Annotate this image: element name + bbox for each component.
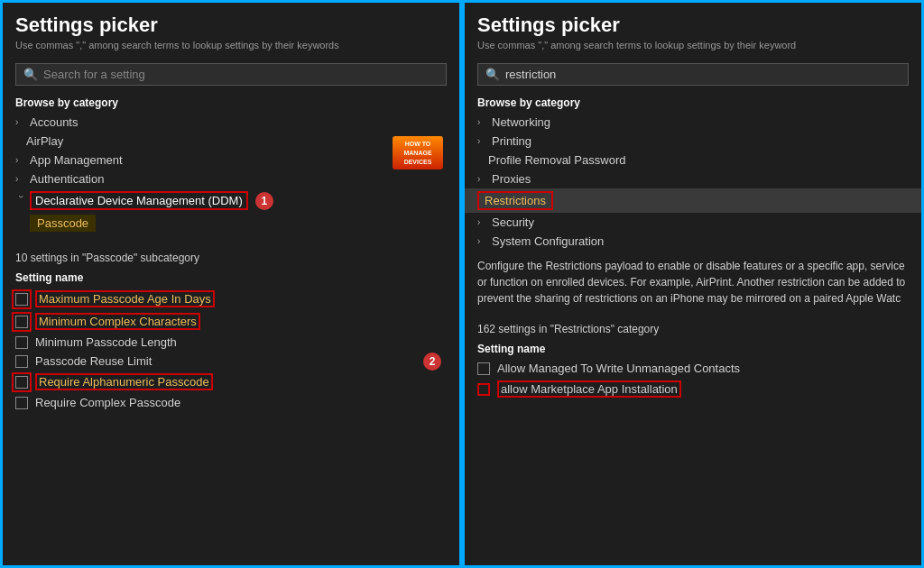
checkbox-5[interactable] <box>15 376 28 389</box>
right-description: Configure the Restrictions payload to en… <box>465 251 921 314</box>
left-panel: Settings picker Use commas "," among sea… <box>0 0 462 568</box>
category-authentication[interactable]: › Authentication <box>3 169 459 188</box>
setting-row-3: Minimum Passcode Length <box>3 333 459 352</box>
settings-count-text: 10 settings in "Passcode" subcategory <box>15 252 199 264</box>
right-settings-count-text: 162 settings in "Restrictions" category <box>477 323 659 335</box>
right-title: Settings picker <box>477 14 909 37</box>
setting-box-5: Require Alphanumeric Passcode <box>35 373 213 390</box>
checkbox-1[interactable] <box>15 293 28 306</box>
setting-label-1: Maximum Passcode Age In Days <box>39 292 211 306</box>
right-cat-profile-label: Profile Removal Password <box>488 153 625 167</box>
category-airplay-label: AirPlay <box>26 134 63 148</box>
ddm-box: Declarative Device Management (DDM) <box>30 191 248 210</box>
right-cat-proxies[interactable]: › Proxies <box>465 169 921 188</box>
left-subtitle: Use commas "," among search terms to loo… <box>15 40 447 50</box>
left-browse-label: Browse by category <box>3 93 459 113</box>
setting-name-header-left: Setting name <box>3 268 459 288</box>
category-authentication-label: Authentication <box>30 172 104 186</box>
category-appmanagement[interactable]: › App Management <box>3 151 459 169</box>
checkbox-2[interactable] <box>15 316 28 328</box>
search-icon: 🔍 <box>23 68 38 81</box>
setting-box-1: Maximum Passcode Age In Days <box>35 290 215 307</box>
left-search-input[interactable] <box>43 68 439 81</box>
category-ddm[interactable]: › Declarative Device Management (DDM) 1 <box>3 188 459 213</box>
category-accounts[interactable]: › Accounts <box>3 113 459 132</box>
setting-row-6: Require Complex Passcode <box>3 393 459 412</box>
left-panel-body: Browse by category › Accounts AirPlay › … <box>3 93 459 565</box>
setting-label-4: Passcode Reuse Limit <box>35 354 152 368</box>
chevron-appmanagement: › <box>15 155 26 165</box>
right-setting-row-1: Allow Managed To Write Unmanaged Contact… <box>465 359 921 378</box>
setting-row-1: Maximum Passcode Age In Days <box>3 288 459 310</box>
right-subtitle: Use commas "," among search terms to loo… <box>477 40 909 50</box>
checkbox-3[interactable] <box>15 336 28 349</box>
chevron-sysconfig: › <box>477 236 488 246</box>
right-setting-row-2: allow Marketplace App Installation <box>465 378 921 400</box>
setting-row-2: Minimum Complex Characters <box>3 310 459 333</box>
badge-1: 1 <box>255 192 273 210</box>
ddm-label: Declarative Device Management (DDM) <box>35 194 243 207</box>
setting-label-5: Require Alphanumeric Passcode <box>39 375 209 389</box>
category-accounts-label: Accounts <box>30 115 78 129</box>
setting-label-3: Minimum Passcode Length <box>35 335 177 349</box>
right-cat-networking[interactable]: › Networking <box>465 113 921 132</box>
setting-box-2: Minimum Complex Characters <box>35 313 200 330</box>
right-cat-security-label: Security <box>492 215 534 229</box>
restrictions-label: Restrictions <box>485 194 546 207</box>
passcode-subitem[interactable]: Passcode <box>3 213 459 234</box>
chevron-authentication: › <box>15 174 26 184</box>
right-cat-printing-label: Printing <box>492 134 531 148</box>
chevron-accounts: › <box>15 117 26 127</box>
left-title: Settings picker <box>15 14 447 37</box>
badge-line2: MANAGE <box>397 149 439 158</box>
restrictions-box: Restrictions <box>477 191 553 210</box>
settings-count: 10 settings in "Passcode" subcategory <box>3 243 459 268</box>
chevron-proxies: › <box>477 174 488 184</box>
chevron-printing: › <box>477 136 488 146</box>
right-setting-label-2: allow Marketplace App Installation <box>501 382 678 396</box>
right-setting-label-1: Allow Managed To Write Unmanaged Contact… <box>497 362 740 375</box>
chevron-ddm: › <box>16 196 26 206</box>
setting-label-6: Require Complex Passcode <box>35 396 180 409</box>
right-panel: Settings picker Use commas "," among sea… <box>462 0 924 568</box>
checkbox-4[interactable] <box>15 355 28 368</box>
left-search-bar[interactable]: 🔍 <box>15 63 447 86</box>
right-search-icon: 🔍 <box>485 68 500 81</box>
setting-row-4: Passcode Reuse Limit 2 <box>3 352 459 371</box>
passcode-label: Passcode <box>30 215 96 232</box>
setting-label-2: Minimum Complex Characters <box>39 315 197 328</box>
right-browse-label: Browse by category <box>465 93 921 113</box>
right-header: Settings picker Use commas "," among sea… <box>465 3 921 56</box>
how-to-badge: HOW TO MANAGE DEVICES <box>393 136 443 169</box>
right-settings-count: 162 settings in "Restrictions" category <box>465 314 921 339</box>
checkbox-6[interactable] <box>15 397 28 409</box>
badge-content: HOW TO MANAGE DEVICES <box>393 136 443 169</box>
right-cat-profile[interactable]: Profile Removal Password <box>465 151 921 169</box>
right-panel-body: Browse by category › Networking › Printi… <box>465 93 921 565</box>
chevron-security: › <box>477 217 488 227</box>
category-appmanagement-label: App Management <box>30 153 123 167</box>
right-search-bar[interactable]: 🔍 <box>477 63 909 86</box>
right-cat-security[interactable]: › Security <box>465 213 921 232</box>
badge-line1: HOW TO <box>397 140 439 149</box>
right-cat-restrictions[interactable]: Restrictions <box>465 188 921 213</box>
setting-row-5: Require Alphanumeric Passcode <box>3 371 459 393</box>
right-cat-networking-label: Networking <box>492 115 550 129</box>
right-cat-sysconfig[interactable]: › System Configuration <box>465 232 921 251</box>
chevron-networking: › <box>477 117 488 127</box>
right-cat-sysconfig-label: System Configuration <box>492 234 604 248</box>
right-cat-printing[interactable]: › Printing <box>465 132 921 151</box>
badge-2: 2 <box>423 353 441 371</box>
right-cat-proxies-label: Proxies <box>492 172 531 186</box>
right-setting-name-header: Setting name <box>465 339 921 359</box>
right-checkbox-1[interactable] <box>477 362 490 375</box>
right-search-input[interactable] <box>505 68 901 81</box>
left-header: Settings picker Use commas "," among sea… <box>3 3 459 56</box>
badge-line3: DEVICES <box>397 158 439 167</box>
right-setting-box-2: allow Marketplace App Installation <box>497 380 681 398</box>
right-checkbox-2[interactable] <box>477 383 490 396</box>
category-airplay[interactable]: AirPlay <box>3 132 459 151</box>
